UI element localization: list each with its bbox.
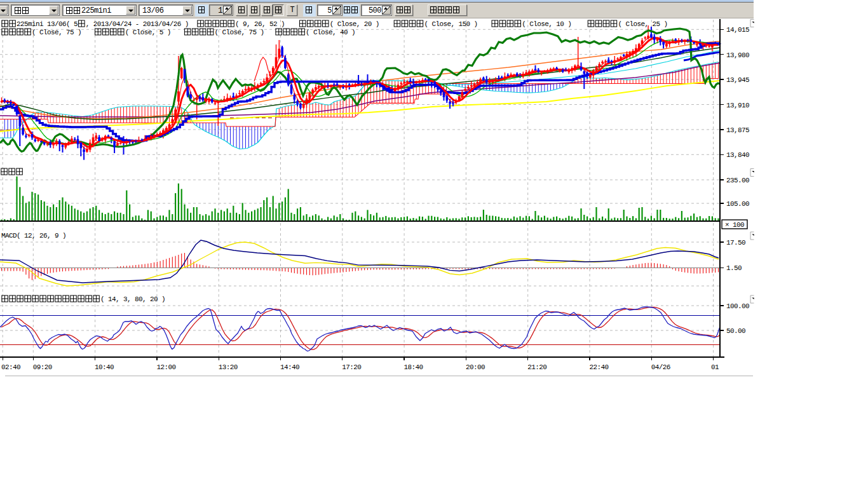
svg-text:× 100: × 100: [725, 221, 744, 229]
svg-text:02:40: 02:40: [1, 363, 20, 371]
svg-text:, 2013/04/24 - 2013/04/26 ): , 2013/04/24 - 2013/04/26 ): [86, 20, 189, 28]
svg-text:( 9, 26, 52 ): ( 9, 26, 52 ): [235, 20, 285, 28]
svg-text:17.50: 17.50: [726, 239, 745, 247]
svg-text:10:40: 10:40: [95, 363, 114, 371]
svg-text:( Close, 150 ): ( Close, 150 ): [424, 20, 477, 28]
svg-text:18:40: 18:40: [404, 363, 423, 371]
svg-text:1.50: 1.50: [726, 264, 742, 272]
svg-text:14:40: 14:40: [280, 363, 299, 371]
svg-text:22:40: 22:40: [590, 363, 609, 371]
svg-text:13:20: 13:20: [219, 363, 238, 371]
svg-text:100.00: 100.00: [726, 302, 749, 310]
svg-text:( Close, 40 ): ( Close, 40 ): [306, 29, 355, 36]
svg-text:04/26: 04/26: [651, 363, 670, 371]
svg-text:13,840: 13,840: [726, 151, 749, 159]
svg-text:( Close, 25 ): ( Close, 25 ): [618, 20, 667, 28]
svg-text:50.00: 50.00: [726, 327, 745, 335]
svg-text:17:20: 17:20: [342, 363, 361, 371]
svg-text:09:20: 09:20: [33, 363, 52, 371]
svg-text:13,980: 13,980: [726, 51, 749, 59]
svg-text:21:20: 21:20: [527, 363, 546, 371]
svg-text:225mini 13/06( 5: 225mini 13/06( 5: [17, 20, 78, 28]
svg-text:14,015: 14,015: [726, 26, 749, 34]
svg-text:( Close, 10 ): ( Close, 10 ): [522, 20, 571, 28]
svg-text:01: 01: [711, 363, 719, 371]
svg-text:( Close, 5 ): ( Close, 5 ): [125, 29, 171, 36]
svg-text:( 14, 3, 80, 20 ): ( 14, 3, 80, 20 ): [100, 295, 165, 303]
svg-text:13,945: 13,945: [726, 76, 749, 84]
svg-text:13,910: 13,910: [726, 102, 749, 109]
svg-text:13,875: 13,875: [726, 126, 749, 134]
svg-text:105.00: 105.00: [726, 200, 749, 208]
svg-text:( Close, 75 ): ( Close, 75 ): [215, 29, 264, 36]
svg-text:MACD( 12, 26, 9 ): MACD( 12, 26, 9 ): [1, 232, 66, 240]
svg-text:( Close, 20 ): ( Close, 20 ): [330, 20, 379, 28]
svg-text:12:00: 12:00: [156, 363, 175, 371]
svg-text:( Close, 75 ): ( Close, 75 ): [32, 29, 81, 36]
svg-text:235.00: 235.00: [726, 177, 749, 184]
svg-text:20:00: 20:00: [466, 363, 485, 371]
